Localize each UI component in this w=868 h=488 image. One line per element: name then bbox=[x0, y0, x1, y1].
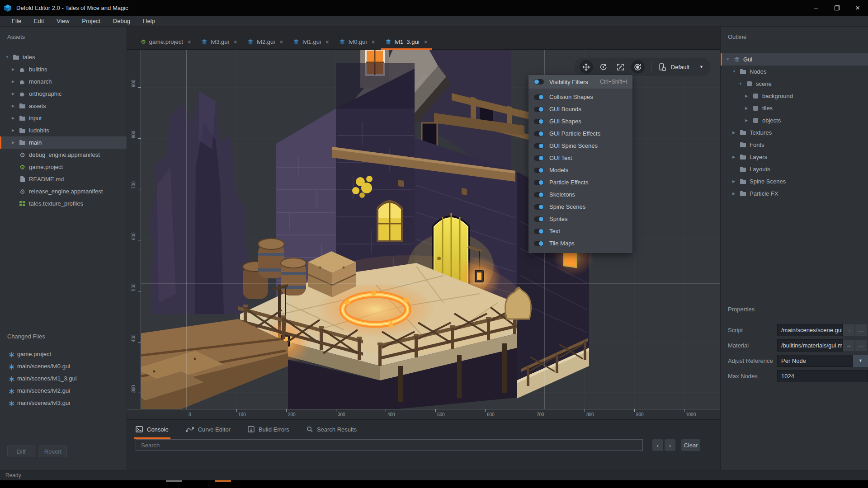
restore-button[interactable] bbox=[826, 0, 847, 16]
chevron-right-icon[interactable]: ▶ bbox=[12, 104, 19, 108]
chevron-right-icon[interactable]: ▶ bbox=[732, 179, 740, 183]
asset-item-input[interactable]: ▶ input bbox=[0, 112, 127, 124]
filter-gui-particle-effects[interactable]: GUI Particle Effects bbox=[528, 127, 632, 140]
toggle-icon[interactable] bbox=[534, 131, 544, 136]
filter-sprites[interactable]: Sprites bbox=[528, 213, 632, 225]
toggle-icon[interactable] bbox=[534, 204, 544, 210]
toggle-icon[interactable] bbox=[534, 180, 544, 185]
chevron-down-icon[interactable]: ▼ bbox=[726, 57, 733, 61]
menu-view[interactable]: View bbox=[50, 18, 75, 24]
menu-debug[interactable]: Debug bbox=[107, 18, 137, 24]
toggle-icon[interactable] bbox=[534, 192, 544, 197]
open-resource-button[interactable]: → bbox=[843, 339, 855, 352]
outline-item-tiles[interactable]: ▶ tiles bbox=[721, 102, 868, 114]
chevron-right-icon[interactable]: ▶ bbox=[12, 92, 19, 96]
scene-viewport[interactable]: 900 800 700 600 500 400 300 0 100 200 30… bbox=[127, 50, 720, 419]
clear-button[interactable]: Clear bbox=[681, 439, 700, 451]
material-field[interactable]: /builtins/materials/gui.m bbox=[777, 339, 843, 352]
toggle-icon[interactable] bbox=[534, 79, 544, 84]
toggle-icon[interactable] bbox=[534, 119, 544, 124]
tab-lvl2-gui[interactable]: lvl2.gui × bbox=[242, 34, 288, 49]
filter-gui-text[interactable]: GUI Text bbox=[528, 152, 632, 164]
tab-lvl0-gui[interactable]: lvl0.gui × bbox=[334, 34, 380, 49]
filter-gui-bounds[interactable]: GUI Bounds bbox=[528, 103, 632, 115]
chevron-right-icon[interactable]: ▶ bbox=[12, 141, 19, 145]
revert-button[interactable]: Revert bbox=[39, 446, 67, 457]
rotate-tool-button[interactable] bbox=[597, 60, 610, 74]
chevron-right-icon[interactable]: ▶ bbox=[732, 155, 740, 159]
layout-profile-select[interactable]: Default ▼ bbox=[656, 63, 703, 71]
asset-item-assets[interactable]: ▶ assets bbox=[0, 100, 127, 112]
filter-text[interactable]: Text bbox=[528, 225, 632, 237]
chevron-right-icon[interactable]: ▶ bbox=[12, 67, 19, 71]
asset-item-release-appmanifest[interactable]: ⚙ release_engine.appmanifest bbox=[0, 185, 127, 197]
asset-item-orthographic[interactable]: ▶ orthographic bbox=[0, 88, 127, 100]
search-next-button[interactable]: › bbox=[665, 439, 675, 451]
outline-item-nodes[interactable]: ▼ Nodes bbox=[721, 66, 868, 78]
menu-edit[interactable]: Edit bbox=[28, 18, 50, 24]
menu-help[interactable]: Help bbox=[137, 18, 161, 24]
chevron-down-icon[interactable]: ▼ bbox=[739, 82, 746, 86]
filter-collision-shapes[interactable]: Collision Shapes bbox=[528, 91, 632, 103]
search-prev-button[interactable]: ‹ bbox=[652, 439, 663, 451]
toggle-icon[interactable] bbox=[534, 107, 544, 112]
asset-item-main[interactable]: ▶ main bbox=[0, 136, 127, 149]
filter-tile-maps[interactable]: Tile Maps bbox=[528, 237, 632, 249]
toggle-icon[interactable] bbox=[534, 143, 544, 149]
outline-item-gui[interactable]: ▼ Gui bbox=[721, 53, 868, 66]
toggle-icon[interactable] bbox=[534, 229, 544, 234]
chevron-right-icon[interactable]: ▶ bbox=[12, 116, 19, 120]
asset-item-tales[interactable]: ▼ tales bbox=[0, 51, 127, 63]
diff-button[interactable]: Diff bbox=[7, 446, 35, 457]
toggle-icon[interactable] bbox=[534, 216, 544, 222]
browse-button[interactable]: … bbox=[855, 339, 867, 352]
tab-build-errors[interactable]: Build Errors bbox=[248, 420, 289, 439]
menu-project[interactable]: Project bbox=[75, 18, 106, 24]
asset-item-monarch[interactable]: ▶ monarch bbox=[0, 75, 127, 88]
max-nodes-field[interactable]: 1024 bbox=[777, 370, 868, 382]
tab-search-results[interactable]: Search Results bbox=[307, 420, 357, 439]
close-button[interactable]: × bbox=[847, 0, 868, 16]
changed-file-row[interactable]: ∗ main/scenes/lvl1_3.gui bbox=[0, 372, 127, 385]
chevron-right-icon[interactable]: ▶ bbox=[745, 118, 752, 122]
changed-file-row[interactable]: ∗ game.project bbox=[0, 348, 127, 360]
chevron-down-icon[interactable]: ▼ bbox=[5, 55, 13, 59]
visibility-filters-toggle[interactable]: Visibility Filters Ctrl+Shift+I bbox=[528, 75, 632, 89]
chevron-right-icon[interactable]: ▶ bbox=[745, 94, 752, 98]
asset-item-debug-appmanifest[interactable]: ⚙ debug_engine.appmanifest bbox=[0, 149, 127, 161]
filter-gui-spine-scenes[interactable]: GUI Spine Scenes bbox=[528, 140, 632, 152]
visibility-filters-button[interactable] bbox=[631, 60, 645, 74]
chevron-down-icon[interactable]: ▼ bbox=[732, 70, 740, 74]
chevron-right-icon[interactable]: ▶ bbox=[745, 106, 752, 110]
asset-item-texture-profiles[interactable]: tales.texture_profiles bbox=[0, 197, 127, 210]
outline-item-layouts[interactable]: Layouts bbox=[721, 163, 868, 175]
tab-close-icon[interactable]: × bbox=[371, 38, 375, 46]
filter-spine-scenes[interactable]: Spine Scenes bbox=[528, 201, 632, 213]
chevron-right-icon[interactable]: ▶ bbox=[732, 192, 740, 196]
menu-file[interactable]: File bbox=[5, 18, 28, 24]
outline-item-textures[interactable]: ▶ Textures bbox=[721, 127, 868, 139]
move-tool-button[interactable] bbox=[580, 60, 593, 74]
tab-curve-editor[interactable]: Curve Editor bbox=[186, 420, 231, 439]
outline-item-particle-fx[interactable]: ▶ Particle FX bbox=[721, 188, 868, 200]
toggle-icon[interactable] bbox=[534, 94, 544, 100]
tab-close-icon[interactable]: × bbox=[233, 38, 237, 46]
filter-models[interactable]: Models bbox=[528, 164, 632, 176]
tab-lvl3-gui[interactable]: lvl3.gui × bbox=[196, 34, 242, 49]
asset-item-ludobits[interactable]: ▶ ludobits bbox=[0, 124, 127, 136]
open-resource-button[interactable]: → bbox=[843, 324, 855, 336]
adjust-reference-select[interactable]: Per Node bbox=[777, 355, 853, 367]
tab-close-icon[interactable]: × bbox=[188, 38, 191, 46]
filter-particle-effects[interactable]: Particle Effects bbox=[528, 176, 632, 188]
tab-close-icon[interactable]: × bbox=[326, 38, 329, 46]
chevron-right-icon[interactable]: ▶ bbox=[12, 80, 19, 84]
toggle-icon[interactable] bbox=[534, 168, 544, 173]
toggle-icon[interactable] bbox=[534, 241, 544, 246]
tab-close-icon[interactable]: × bbox=[424, 38, 428, 46]
outline-item-spine-scenes[interactable]: ▶ Spine Scenes bbox=[721, 175, 868, 188]
tab-console[interactable]: Console bbox=[136, 420, 169, 439]
outline-item-scene[interactable]: ▼ scene bbox=[721, 78, 868, 90]
dropdown-button[interactable]: ▼ bbox=[853, 355, 868, 367]
browse-button[interactable]: … bbox=[855, 324, 867, 336]
scale-tool-button[interactable] bbox=[614, 60, 627, 74]
